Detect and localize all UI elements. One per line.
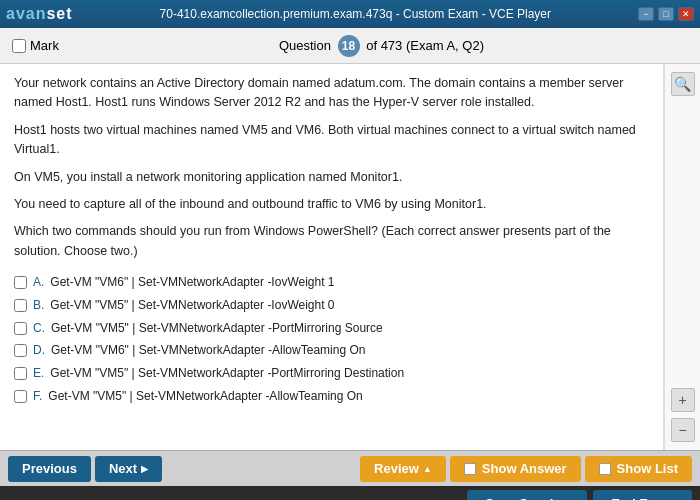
search-icon[interactable]: 🔍 [671, 72, 695, 96]
passage-4: You need to capture all of the inbound a… [14, 195, 649, 214]
option-b-checkbox[interactable] [14, 299, 27, 312]
question-label: Question [279, 38, 331, 53]
passage-3: On VM5, you install a network monitoring… [14, 168, 649, 187]
option-e-text: Get-VM "VM5" | Set-VMNetworkAdapter -Por… [50, 365, 404, 382]
option-b-text: Get-VM "VM5" | Set-VMNetworkAdapter -Iov… [50, 297, 334, 314]
window-controls[interactable]: − □ ✕ [638, 7, 694, 21]
previous-button[interactable]: Previous [8, 456, 91, 482]
list-item[interactable]: E. Get-VM "VM5" | Set-VMNetworkAdapter -… [14, 362, 649, 385]
bottom-nav: Previous Next Review Show Answer Show Li… [0, 450, 700, 486]
end-exam-button[interactable]: End Exam [593, 490, 692, 500]
mark-checkbox[interactable] [12, 39, 26, 53]
list-item[interactable]: F. Get-VM "VM5" | Set-VMNetworkAdapter -… [14, 385, 649, 408]
total-questions: of 473 [366, 38, 402, 53]
main-content: Your network contains an Active Director… [0, 64, 700, 450]
option-b-label: B. [33, 297, 44, 314]
list-item[interactable]: C. Get-VM "VM5" | Set-VMNetworkAdapter -… [14, 317, 649, 340]
question-number: 18 [338, 35, 360, 57]
list-item[interactable]: D. Get-VM "VM6" | Set-VMNetworkAdapter -… [14, 339, 649, 362]
title-bar-left: avanset [6, 5, 73, 23]
show-answer-checkbox-icon [464, 463, 476, 475]
option-d-text: Get-VM "VM6" | Set-VMNetworkAdapter -All… [51, 342, 365, 359]
close-button[interactable]: ✕ [678, 7, 694, 21]
zoom-in-icon[interactable]: + [671, 388, 695, 412]
exam-info: (Exam A, Q2) [406, 38, 484, 53]
title-bar: avanset 70-410.examcollection.premium.ex… [0, 0, 700, 28]
show-list-label: Show List [617, 461, 678, 476]
list-item[interactable]: A. Get-VM "VM6" | Set-VMNetworkAdapter -… [14, 271, 649, 294]
header-row: Mark Question 18 of 473 (Exam A, Q2) [0, 28, 700, 64]
minimize-button[interactable]: − [638, 7, 654, 21]
show-answer-label: Show Answer [482, 461, 567, 476]
options-list: A. Get-VM "VM6" | Set-VMNetworkAdapter -… [14, 271, 649, 408]
save-session-button[interactable]: Save Session [467, 490, 587, 500]
show-answer-button[interactable]: Show Answer [450, 456, 581, 482]
option-a-text: Get-VM "VM6" | Set-VMNetworkAdapter -Iov… [50, 274, 334, 291]
option-f-label: F. [33, 388, 42, 405]
question-info: Question 18 of 473 (Exam A, Q2) [75, 35, 688, 57]
mark-section[interactable]: Mark [12, 38, 59, 53]
question-stem: Which two commands should you run from W… [14, 222, 649, 261]
zoom-out-icon[interactable]: − [671, 418, 695, 442]
option-a-checkbox[interactable] [14, 276, 27, 289]
option-c-text: Get-VM "VM5" | Set-VMNetworkAdapter -Por… [51, 320, 383, 337]
question-area: Your network contains an Active Director… [0, 64, 664, 450]
window-title: 70-410.examcollection.premium.exam.473q … [73, 7, 638, 21]
sidebar: 🔍 + − [664, 64, 700, 450]
show-list-button[interactable]: Show List [585, 456, 692, 482]
review-button[interactable]: Review [360, 456, 446, 482]
option-c-checkbox[interactable] [14, 322, 27, 335]
mark-label: Mark [30, 38, 59, 53]
option-e-label: E. [33, 365, 44, 382]
option-c-label: C. [33, 320, 45, 337]
passage-1: Your network contains an Active Director… [14, 74, 649, 113]
list-item[interactable]: B. Get-VM "VM5" | Set-VMNetworkAdapter -… [14, 294, 649, 317]
show-list-checkbox-icon [599, 463, 611, 475]
option-f-text: Get-VM "VM5" | Set-VMNetworkAdapter -All… [48, 388, 362, 405]
option-a-label: A. [33, 274, 44, 291]
passage-2: Host1 hosts two virtual machines named V… [14, 121, 649, 160]
footer: Save Session End Exam [0, 486, 700, 500]
option-e-checkbox[interactable] [14, 367, 27, 380]
option-d-label: D. [33, 342, 45, 359]
maximize-button[interactable]: □ [658, 7, 674, 21]
option-d-checkbox[interactable] [14, 344, 27, 357]
option-f-checkbox[interactable] [14, 390, 27, 403]
app-logo: avanset [6, 5, 73, 23]
next-button[interactable]: Next [95, 456, 162, 482]
